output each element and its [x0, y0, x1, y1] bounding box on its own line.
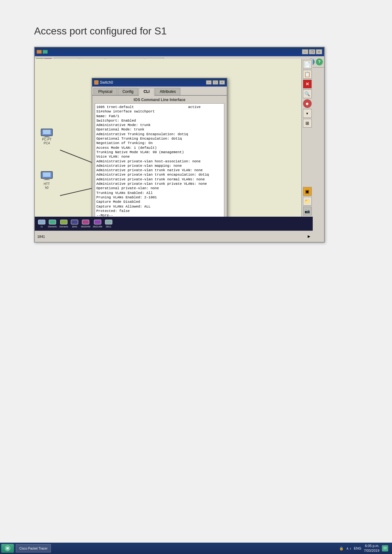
minimize-button[interactable]: −	[302, 49, 308, 54]
tab-cli[interactable]: CLI	[139, 88, 154, 96]
modal-maximize-button[interactable]: □	[213, 80, 218, 85]
svg-rect-21	[82, 220, 89, 224]
device-item-generic2[interactable]: Generic	[59, 219, 69, 229]
page-title: Access port configured for S1	[34, 25, 167, 37]
ios-cli-header: IOS Command Line Interface	[92, 96, 227, 103]
svg-rect-6	[44, 137, 50, 137]
node-htth0-label: HTTh0	[44, 182, 50, 190]
bottom-device-bar: I1 Generic Generic 1841 3620XM 2621XM 28…	[35, 217, 313, 231]
status-device-label: 1841	[37, 235, 45, 238]
taskbar-lang: ENG	[354, 546, 361, 550]
scroll-right-arrow[interactable]: ▶	[308, 234, 310, 238]
svg-rect-20	[71, 220, 78, 224]
svg-rect-22	[94, 220, 101, 224]
sidebar-dropdown-icon[interactable]: ▼	[303, 109, 312, 118]
svg-rect-8	[43, 172, 51, 177]
device-item-3620xm[interactable]: 3620XM	[80, 219, 91, 229]
maximize-button[interactable]: ❐	[309, 49, 315, 54]
svg-rect-17	[38, 220, 45, 224]
switch-modal: Switch0 − □ × Physical Config CLI Attrib…	[92, 78, 227, 217]
node-htth0[interactable]: HTTh0	[40, 171, 53, 190]
tab-physical[interactable]: Physical	[93, 88, 117, 95]
sidebar-camera-icon[interactable]: 📷	[303, 207, 312, 215]
app-logo	[37, 50, 48, 54]
svg-rect-25	[6, 547, 8, 548]
modal-close-button[interactable]: ×	[219, 80, 225, 85]
sidebar-delete-icon[interactable]: ✕	[303, 80, 312, 88]
window-controls: − ❐ ×	[302, 49, 322, 54]
modal-minimize-button[interactable]: −	[206, 80, 212, 85]
modal-titlebar: Switch0 − □ ×	[92, 78, 227, 87]
sidebar-search-icon[interactable]: 🔍	[303, 89, 312, 98]
svg-rect-19	[60, 220, 67, 224]
device-item-generic1[interactable]: Generic	[47, 219, 57, 229]
svg-rect-30	[383, 547, 387, 549]
app-titlebar: − ❐ ×	[35, 47, 324, 56]
svg-rect-4	[43, 130, 51, 134]
taskbar-clock: 6:05 p.m. 7/03/2019	[364, 544, 379, 553]
device-item-i1[interactable]: I1	[37, 219, 46, 229]
taskbar-right: 🔒 ∧ ♪ ENG 6:05 p.m. 7/03/2019	[339, 544, 391, 553]
taskbar-people-icon: 🔒	[339, 546, 344, 551]
svg-rect-18	[49, 220, 56, 224]
svg-rect-27	[6, 548, 8, 550]
node-pc4[interactable]: PC-PTPC4	[40, 128, 53, 145]
app-window: − ❐ × ⊞ 🌐 New Cluster Move Object Set Ti…	[34, 47, 325, 243]
sidebar-orange-tool-icon[interactable]: ▣	[303, 187, 312, 196]
canvas-area[interactable]: PC-PTPC4 HTTh0	[35, 59, 313, 217]
sidebar-doc-icon[interactable]: 📄	[303, 60, 312, 69]
tab-attributes[interactable]: Attributes	[155, 88, 181, 95]
svg-rect-23	[105, 220, 112, 224]
node-pc4-label: PC-PTPC4	[42, 138, 51, 145]
device-item-2811[interactable]: 2811	[104, 219, 113, 229]
device-item-2621xm[interactable]: 2621XM	[92, 219, 103, 229]
sidebar-note-icon[interactable]: 📋	[303, 70, 312, 79]
svg-rect-9	[45, 178, 49, 179]
modal-icon	[94, 80, 99, 85]
taskbar-notification-icon[interactable]	[382, 545, 388, 551]
help-toolbar-icon[interactable]: ?	[316, 58, 323, 65]
svg-rect-5	[45, 136, 49, 137]
close-button[interactable]: ×	[316, 49, 322, 54]
modal-title: Switch0	[100, 80, 113, 85]
sidebar-grid-icon[interactable]: ⊞	[303, 119, 312, 128]
status-bar: 1841 ▶	[35, 231, 313, 242]
svg-rect-10	[44, 179, 50, 180]
modal-tabs: Physical Config CLI Attributes	[92, 87, 227, 96]
right-sidebar: 📄 📋 ✕ 🔍 ● ▼ ⊞ ▣ 📁 📷	[301, 59, 313, 217]
sidebar-folder-icon[interactable]: 📁	[303, 197, 312, 206]
taskbar-network-icon[interactable]: ∧ ♪	[346, 546, 352, 551]
device-item-1841[interactable]: 1841	[70, 219, 79, 229]
taskbar: Cisco Packet Tracer 🔒 ∧ ♪ ENG 6:05 p.m. …	[0, 543, 392, 554]
start-button[interactable]	[1, 544, 14, 553]
taskbar-date: 7/03/2019	[364, 548, 379, 553]
cli-terminal[interactable]: 1005 trnet-default active S1#show interf…	[95, 103, 224, 217]
taskbar-app-item[interactable]: Cisco Packet Tracer	[16, 544, 51, 552]
svg-rect-28	[8, 548, 9, 550]
sidebar-circle-icon[interactable]: ●	[303, 99, 312, 108]
taskbar-time: 6:05 p.m.	[364, 544, 379, 548]
tab-config[interactable]: Config	[118, 88, 138, 95]
svg-rect-26	[8, 547, 9, 548]
